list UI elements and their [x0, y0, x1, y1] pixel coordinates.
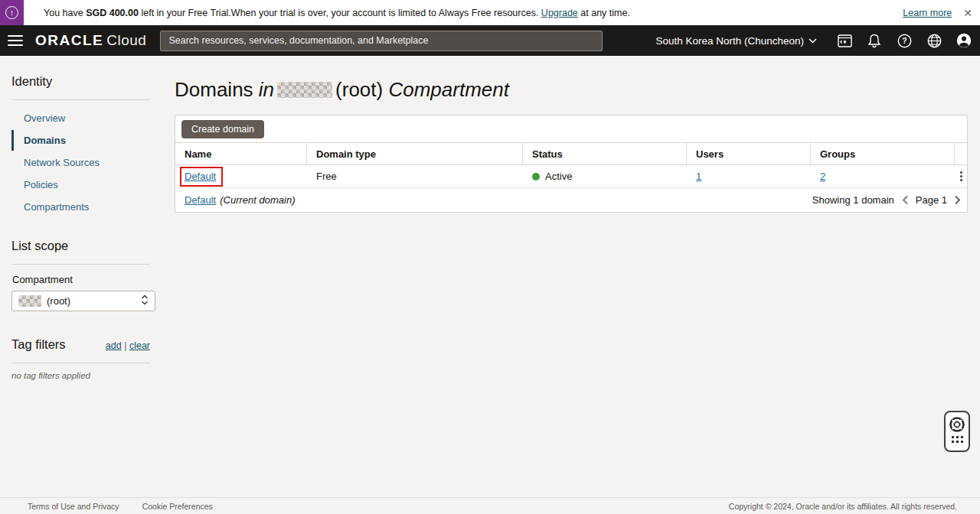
- redacted-compartment-name: [277, 82, 332, 98]
- page-footer: Terms of Use and Privacy Cookie Preferen…: [0, 497, 980, 514]
- current-domain-note: (Current domain): [220, 194, 295, 206]
- close-icon[interactable]: ✕: [962, 7, 974, 19]
- chevron-left-icon[interactable]: [902, 195, 909, 205]
- column-header-domain-type: Domain type: [307, 143, 523, 164]
- domain-type-value: Free: [307, 171, 523, 182]
- page-indicator: Page 1: [916, 194, 947, 206]
- trial-message-suffix: at any time.: [578, 8, 630, 18]
- column-header-status: Status: [523, 143, 687, 164]
- column-header-groups: Groups: [811, 143, 955, 164]
- bell-icon[interactable]: [866, 32, 883, 49]
- sidebar-item-domains[interactable]: Domains: [11, 130, 150, 151]
- life-ring-icon: [949, 416, 965, 433]
- sidebar-item-compartments[interactable]: Compartments: [11, 197, 150, 217]
- create-domain-button[interactable]: Create domain: [181, 120, 264, 138]
- dots-grid-icon: [952, 436, 963, 443]
- groups-count-link[interactable]: 2: [820, 171, 825, 182]
- up-arrow-glyph: ↑: [5, 6, 18, 19]
- chevron-down-icon: [808, 38, 817, 44]
- search-input[interactable]: [160, 31, 603, 51]
- trial-amount: SGD 400.00: [86, 8, 139, 18]
- divider: [11, 99, 150, 100]
- svg-text:?: ?: [902, 36, 906, 45]
- compartment-select[interactable]: (root): [11, 291, 155, 311]
- stepper-icon: [141, 294, 149, 307]
- globe-icon[interactable]: [926, 32, 942, 49]
- copyright-text: Copyright © 2024, Oracle and/or its affi…: [729, 502, 957, 511]
- title-root: (root): [335, 78, 383, 101]
- top-navigation-bar: ORACLECloud South Korea North (Chuncheon…: [0, 25, 980, 56]
- tag-add-link[interactable]: add: [106, 340, 122, 351]
- pagination: Showing 1 domain Page 1: [812, 194, 961, 206]
- hamburger-icon[interactable]: [8, 35, 23, 46]
- domain-name-link[interactable]: Default: [185, 171, 216, 182]
- status-cell: Active: [523, 171, 687, 182]
- list-scope-title: List scope: [11, 239, 150, 253]
- avatar-icon[interactable]: [956, 32, 972, 49]
- identity-sidebar: Identity Overview Domains Network Source…: [0, 56, 162, 497]
- learn-more-link[interactable]: Learn more: [903, 8, 952, 18]
- sidebar-title: Identity: [11, 74, 150, 89]
- table-toolbar: Create domain: [175, 115, 967, 142]
- logo-oracle-text: ORACLE: [35, 32, 103, 48]
- table-header-row: Name Domain type Status Users Groups: [175, 142, 967, 165]
- cookie-preferences-link[interactable]: Cookie Preferences: [142, 502, 213, 511]
- sidebar-menu: Overview Domains Network Sources Policie…: [11, 108, 150, 217]
- no-tag-filters-text: no tag filters applied: [11, 371, 150, 380]
- topbar-actions: South Korea North (Chuncheon) ?: [655, 32, 972, 49]
- list-scope-section: List scope Compartment (root): [11, 239, 150, 311]
- help-icon[interactable]: ?: [896, 32, 913, 49]
- compartment-label: Compartment: [12, 274, 150, 285]
- status-label: Active: [545, 171, 572, 182]
- page-title: Domains in(root) Compartment: [175, 78, 968, 102]
- banner-actions: Learn more ✕: [903, 7, 980, 19]
- kebab-menu-icon[interactable]: [957, 168, 965, 184]
- content-area: Identity Overview Domains Network Source…: [0, 56, 980, 497]
- divider: [11, 264, 150, 265]
- table-row: Default Free Active 1 2: [175, 165, 967, 188]
- redacted-compartment-name: [18, 295, 41, 307]
- terms-link[interactable]: Terms of Use and Privacy: [28, 502, 119, 511]
- trial-banner: ↑ You have SGD 400.00 left in your Free …: [0, 0, 980, 25]
- domains-table-card: Create domain Name Domain type Status Us…: [175, 115, 968, 213]
- upgrade-link[interactable]: Upgrade: [541, 8, 578, 18]
- column-header-users: Users: [687, 143, 811, 164]
- tag-filter-actions: add | clear: [106, 340, 150, 351]
- upgrade-arrow-icon: ↑: [0, 0, 24, 25]
- compartment-select-value: (root): [47, 295, 70, 307]
- logo-cloud-text: Cloud: [106, 32, 146, 48]
- sidebar-item-policies[interactable]: Policies: [11, 174, 150, 195]
- oracle-cloud-logo[interactable]: ORACLECloud: [35, 32, 146, 49]
- tag-links-separator: |: [124, 340, 126, 351]
- region-label: South Korea North (Chuncheon): [655, 35, 804, 47]
- region-selector[interactable]: South Korea North (Chuncheon): [655, 35, 817, 47]
- trial-message-prefix: You have: [44, 8, 86, 18]
- sidebar-item-network-sources[interactable]: Network Sources: [11, 152, 150, 173]
- sidebar-item-overview[interactable]: Overview: [11, 108, 150, 128]
- users-count-link[interactable]: 1: [696, 171, 701, 182]
- status-active-dot: [532, 173, 540, 181]
- cloud-shell-icon[interactable]: [836, 32, 853, 49]
- chevron-right-icon[interactable]: [954, 195, 961, 205]
- main-panel: Domains in(root) Compartment Create doma…: [162, 56, 980, 497]
- current-domain-link[interactable]: Default: [185, 194, 216, 206]
- title-compartment: Compartment: [388, 78, 509, 101]
- title-domains: Domains: [175, 78, 253, 101]
- column-header-name: Name: [175, 143, 307, 164]
- support-widget[interactable]: [944, 411, 970, 452]
- search-bar: [160, 31, 603, 51]
- showing-count-text: Showing 1 domain: [812, 194, 894, 206]
- trial-message-middle: left in your Free Trial.When your trial …: [139, 8, 541, 18]
- annotation-highlight-box: Default: [180, 167, 223, 187]
- title-in: in: [259, 78, 274, 101]
- table-footer-row: Default (Current domain) Showing 1 domai…: [175, 188, 967, 212]
- tag-filters-title: Tag filters: [11, 337, 66, 352]
- divider: [11, 363, 150, 363]
- trial-message: You have SGD 400.00 left in your Free Tr…: [44, 8, 630, 18]
- tag-filters-section: Tag filters add | clear no tag filters a…: [11, 337, 150, 380]
- tag-clear-link[interactable]: clear: [129, 340, 150, 351]
